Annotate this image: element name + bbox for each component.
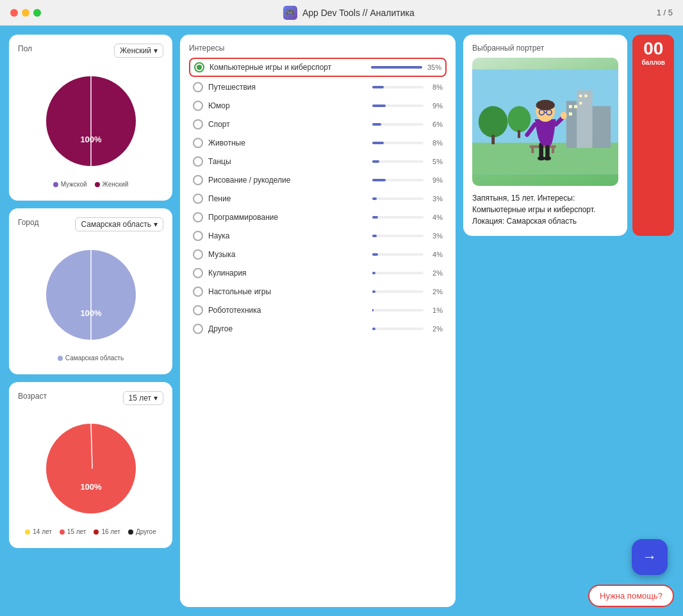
city-dropdown[interactable]: Самарская область ▾ [75,217,163,231]
interest-bar [372,86,384,88]
interest-name: Другое [208,324,367,333]
interest-name: Танцы [208,157,367,166]
interest-item[interactable]: Животные8% [189,135,447,151]
interest-bar [372,253,378,256]
left-column: Пол Женский ▾ 100% Мужской [9,35,172,607]
chevron-down-icon: ▾ [154,220,158,229]
city-legend: Самарская область [58,354,124,362]
interest-item[interactable]: Кулинария2% [189,265,447,281]
help-label: Нужна помощь? [600,591,662,601]
portrait-description: Запятыня, 15 лет. Интересы: Компьютерные… [472,192,618,227]
age14-label: 14 лет [33,528,52,535]
interest-pct: 8% [429,139,443,147]
interest-bar [372,179,386,181]
interest-item[interactable]: Спорт6% [189,116,447,133]
interest-name: Робототехника [208,306,367,315]
interest-bar-wrap [372,272,424,274]
interest-pct: 2% [429,269,443,277]
interest-item[interactable]: Пение3% [189,190,447,207]
interest-item[interactable]: Танцы5% [189,153,447,170]
interest-bar [372,197,377,200]
interest-item[interactable]: Путешествия8% [189,79,447,96]
interest-item[interactable]: Компьютерные игры и киберспорт35% [189,58,447,77]
interest-item[interactable]: Наука3% [189,228,447,244]
city-value: Самарская область [81,220,151,229]
interest-pct: 2% [429,288,443,296]
interest-item[interactable]: Музыка4% [189,246,447,263]
svg-text:100%: 100% [80,135,102,144]
svg-point-22 [507,106,531,133]
minimize-dot[interactable] [22,9,29,17]
svg-point-20 [479,106,508,138]
main-content: Пол Женский ▾ 100% Мужской [0,26,683,616]
interest-bar [372,272,375,274]
interest-bar-wrap [372,235,424,237]
age-pie-chart: 100% [37,414,145,523]
interest-item[interactable]: Юмор9% [189,97,447,114]
interest-bar-wrap [372,197,424,200]
gender-legend: Мужской Женский [53,181,129,188]
interest-radio [193,194,203,204]
interest-pct: 9% [429,176,443,184]
interest-name: Спорт [208,120,367,129]
legend-male: Мужской [53,181,87,188]
gender-pie-container: 100% Мужской Женский [18,63,163,192]
interest-radio [193,324,203,334]
interest-name: Наука [208,231,367,240]
interest-bar-wrap [372,104,424,107]
age16-label: 16 лет [101,528,120,535]
interest-radio [194,62,204,72]
gender-pie-chart: 100% [37,67,145,176]
interest-radio [193,305,203,315]
svg-rect-25 [531,148,534,153]
interest-bar [372,290,375,293]
interest-name: Настольные игры [208,287,367,296]
interest-item[interactable]: Настольные игры2% [189,283,447,300]
interest-bar [372,216,378,219]
svg-rect-17 [579,95,582,97]
interest-radio [193,119,203,129]
close-dot[interactable] [10,9,18,17]
svg-rect-14 [569,105,572,108]
age-card: Возраст 15 лет ▾ 100% 14 лет [9,382,172,548]
window-controls [10,9,41,17]
interest-item[interactable]: Программирование4% [189,209,447,226]
interest-pct: 4% [429,251,443,258]
app-icon: 🎮 [283,6,297,20]
interest-bar-wrap [372,216,424,219]
interest-item[interactable]: Робототехника1% [189,302,447,319]
legend-female: Женский [95,181,129,188]
app-title: App Dev Tools // Аналитика [302,8,415,18]
city-card: Город Самарская область ▾ 100% Самарская… [9,208,172,374]
portrait-title: Выбранный портрет [472,44,618,53]
legend-16: 16 лет [94,528,120,535]
female-label: Женский [103,181,129,188]
interest-item[interactable]: Другое2% [189,320,447,337]
gender-dropdown[interactable]: Женский ▾ [114,44,163,58]
age15-label: 15 лет [67,528,86,535]
maximize-dot[interactable] [33,9,41,17]
interests-card: Интересы Компьютерные игры и киберспорт3… [180,35,456,607]
interest-radio [193,268,203,278]
interest-pct: 2% [429,325,443,333]
interest-name: Животные [208,138,367,147]
svg-rect-18 [584,95,587,97]
interest-bar [372,142,384,144]
age-dropdown[interactable]: 15 лет ▾ [123,391,163,405]
right-column: Выбранный портрет [463,35,674,607]
gender-label: Пол [18,44,32,53]
interest-pct: 6% [429,121,443,128]
chevron-down-icon: ▾ [154,46,158,55]
svg-text:100%: 100% [80,308,102,318]
next-button[interactable]: → [632,539,668,575]
app-title-area: 🎮 App Dev Tools // Аналитика [283,6,415,20]
interest-pct: 35% [427,63,441,71]
titlebar: 🎮 App Dev Tools // Аналитика 1 / 5 [0,0,683,26]
top-right-area: Выбранный портрет [463,35,674,236]
interest-bar [372,104,386,107]
svg-point-30 [544,156,551,161]
interest-item[interactable]: Рисование / рукоделие9% [189,172,447,188]
interest-bar [372,123,381,126]
interest-bar-wrap [371,66,422,69]
help-button[interactable]: Нужна помощь? [588,585,674,607]
